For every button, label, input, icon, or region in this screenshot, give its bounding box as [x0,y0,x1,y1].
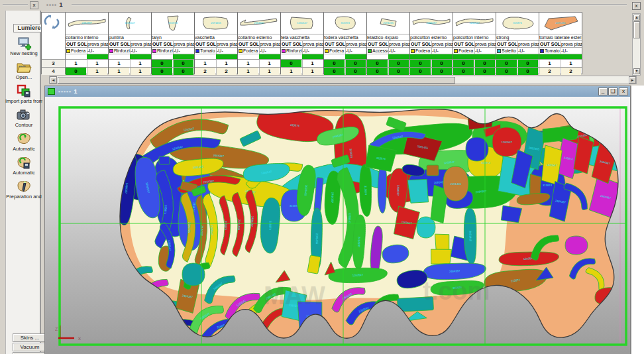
scroll-up-icon[interactable]: ▲ [633,15,640,21]
part-thumbnail[interactable]: 2484387 [410,13,453,34]
quantity-row-3[interactable]: 01 [281,59,323,67]
quantity-cell[interactable]: 0 [517,68,538,75]
part-name[interactable]: talyn [152,34,194,40]
material-row[interactable]: Fodera-U- [324,47,366,54]
quantity-cell[interactable]: 0 [496,68,517,75]
restore-icon[interactable]: ❏ [608,88,617,95]
material-row[interactable]: Tomaio-U- [539,47,582,54]
quantity-row-3[interactable]: 11 [66,59,108,67]
order-row[interactable]: OUT SOLDprova piazz [539,40,582,47]
order-row[interactable]: OUT SOLDprova piazz [152,40,194,47]
quantity-row-4[interactable]: 00 [410,67,453,75]
quantity-cell[interactable]: 0 [367,68,388,75]
quantity-row-3[interactable]: 11 [109,59,151,67]
sidebar-close-icon[interactable]: x [30,1,38,9]
sidebar-grip[interactable] [3,4,28,5]
quantity-cell[interactable]: 1 [130,68,150,75]
quantity-cell[interactable]: 0 [496,60,517,67]
material-row[interactable]: Accessori-U- [367,47,409,54]
part-thumbnail[interactable]: 1260547 [281,13,323,34]
rotate-parts-cell[interactable] [42,13,65,59]
part-name[interactable]: tela vaschetta [281,34,323,40]
quantity-row-4[interactable]: 11 [109,67,151,75]
material-row[interactable]: Soletto-U- [496,47,539,54]
quantity-cell[interactable]: 1 [259,68,280,75]
quantity-cell[interactable]: 1 [216,60,237,67]
order-row[interactable]: OUT SOLDprova piazz [453,40,496,47]
quantity-cell[interactable]: 1 [130,60,150,67]
quantity-cell[interactable]: 0 [474,68,495,75]
part-thumbnail[interactable]: 315874 [152,13,194,34]
quantity-row-3[interactable]: 00 [496,59,539,67]
order-row[interactable]: OUT SOLDprova piazz [109,40,151,47]
quantity-cell[interactable]: 0 [453,60,474,67]
preparation-icon[interactable] [16,179,32,194]
new-nesting-icon[interactable] [16,36,32,50]
quantity-row-3[interactable]: 00 [410,59,453,67]
quantity-cell[interactable]: 2 [216,68,237,75]
quantity-cell[interactable]: 0 [152,60,172,67]
row-header-3[interactable]: 3 [42,59,65,67]
sidebar-item-automatic[interactable]: Automatic [6,155,42,176]
part-thumbnail[interactable]: 315874 [324,13,366,34]
quantity-cell[interactable]: 1 [195,60,215,67]
sidebar-button-skins[interactable]: Skins ... [13,333,47,342]
piece[interactable] [159,156,170,164]
quantity-cell[interactable]: 1 [281,68,301,75]
material-row[interactable]: Fodera-U- [410,47,453,54]
quantity-row-4[interactable]: 22 [195,67,237,75]
piece[interactable] [407,177,431,206]
part-name[interactable]: policotton esterno [410,34,453,40]
quantity-cell[interactable]: 0 [345,60,366,67]
order-row[interactable]: OUT SOLDprova piazz [324,40,366,47]
material-row[interactable]: Fodera-U- [66,47,108,54]
rotate-icon[interactable] [42,13,62,31]
quantity-cell[interactable]: 1 [259,60,280,67]
order-row[interactable]: OUT SOLDprova piazz [496,40,539,47]
part-thumbnail[interactable]: 1260547 [453,13,496,34]
quantity-cell[interactable]: 1 [539,60,560,67]
nesting-drawing[interactable]: 1260547315874248438712605473158742091465… [52,97,631,354]
sidebar-item-automatic[interactable]: Automatic [6,131,42,152]
quantity-cell[interactable]: 1 [561,60,581,67]
material-row[interactable]: Tomaio-U- [195,47,237,54]
piece[interactable] [378,165,386,213]
piece[interactable] [427,165,439,176]
part-name[interactable]: policotton interno [453,34,496,40]
close-icon[interactable]: x [619,88,628,95]
order-row[interactable]: OUT SOLDprova piazz [195,40,237,47]
nesting-canvas[interactable]: 1260547315874248438712605473158742091465… [45,97,630,354]
vscroll-thumb[interactable] [633,21,640,38]
part-thumbnail[interactable]: 315874 [496,13,539,34]
quantity-row-4[interactable]: 00 [324,67,366,75]
quantity-row-4[interactable]: 00 [496,67,539,75]
quantity-row-3[interactable]: 00 [152,59,194,67]
part-name[interactable]: fodera vaschetta [324,34,366,40]
order-row[interactable]: OUT SOLDprova piazz [281,40,323,47]
scroll-down-icon[interactable]: ▼ [633,68,640,74]
sidebar-item-import-parts-from[interactable]: Import parts from [6,84,42,104]
quantity-cell[interactable]: 0 [431,68,452,75]
quantity-cell[interactable]: 0 [410,68,431,75]
piece[interactable] [501,206,522,223]
quantity-cell[interactable]: 0 [173,60,193,67]
quantity-cell[interactable]: 2 [195,68,215,75]
quantity-cell[interactable]: 0 [324,60,345,67]
material-row[interactable]: Rinforzi-U- [109,47,151,54]
automatic-icon[interactable] [16,131,32,146]
nesting-window-titlebar[interactable]: ----- 1 _ ❏ x [45,86,630,97]
quantity-cell[interactable]: 1 [238,60,258,67]
quantity-cell[interactable]: 0 [517,60,538,67]
quantity-cell[interactable]: 1 [302,60,323,67]
sidebar-item-open-[interactable]: Open... [6,60,42,80]
quantity-cell[interactable]: 1 [87,60,107,67]
quantity-cell[interactable]: 1 [109,68,129,75]
part-thumbnail[interactable]: 2484387 [238,13,280,34]
quantity-row-3[interactable]: 11 [238,59,280,67]
quantity-cell[interactable]: 2 [561,68,581,75]
quantity-cell[interactable]: 0 [367,60,388,67]
material-row[interactable]: Rinforzi-U- [281,47,323,54]
quantity-cell[interactable]: 0 [474,60,495,67]
quantity-cell[interactable]: 0 [453,68,474,75]
material-row[interactable]: Fodera-U- [238,47,280,54]
